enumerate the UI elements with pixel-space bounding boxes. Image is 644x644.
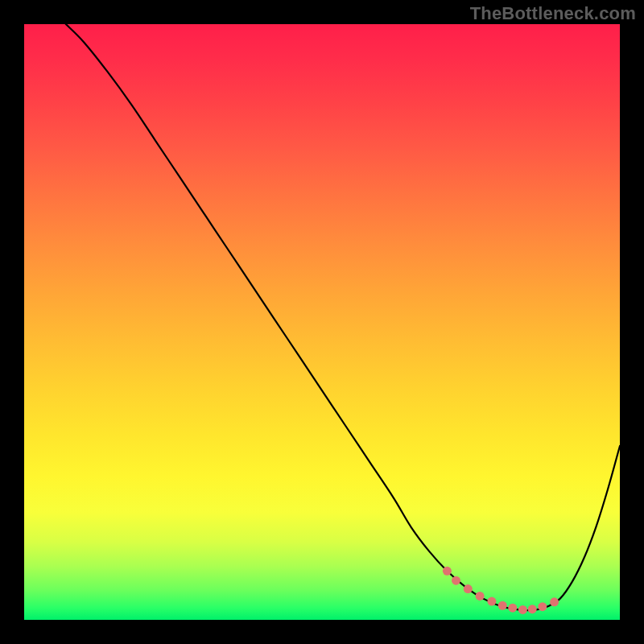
bottleneck-curve xyxy=(66,24,620,610)
marker-dot xyxy=(518,605,527,614)
plot-area xyxy=(24,24,620,620)
marker-dot xyxy=(443,567,452,576)
marker-dot xyxy=(452,576,460,585)
marker-dot xyxy=(464,584,473,593)
chart-frame: TheBottleneck.com xyxy=(0,0,644,644)
marker-dot xyxy=(498,601,507,610)
marker-dot xyxy=(508,604,517,613)
marker-dot xyxy=(476,592,485,601)
marker-dot xyxy=(528,605,537,613)
marker-dot xyxy=(487,597,496,606)
curve-svg xyxy=(24,24,620,620)
watermark-text: TheBottleneck.com xyxy=(470,3,636,24)
marker-dot xyxy=(550,597,559,606)
marker-dot xyxy=(538,602,547,611)
highlight-markers xyxy=(443,567,559,614)
